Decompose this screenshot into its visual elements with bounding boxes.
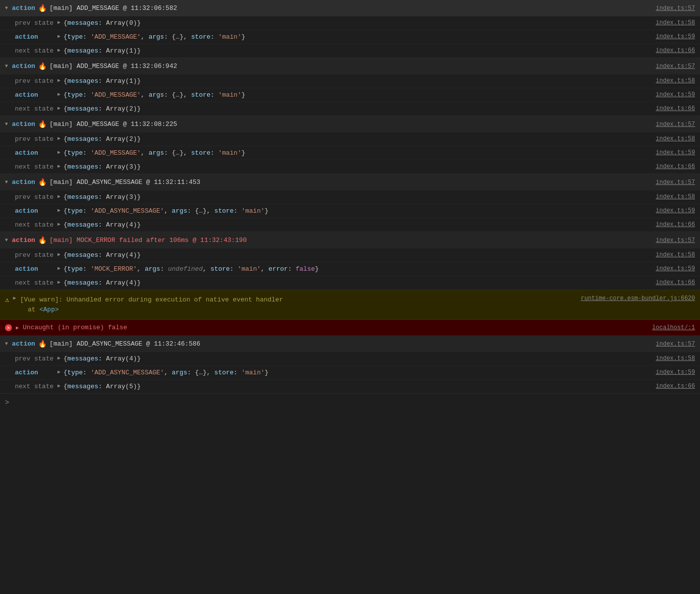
- expand-icon-4-next[interactable]: ▶: [58, 221, 60, 227]
- action-row-label-2: action: [15, 91, 55, 99]
- log-row-1-prev: prev state ▶ {messages: Array(0)} index.…: [0, 16, 700, 30]
- next-state-file-6[interactable]: index.ts:66: [656, 383, 695, 390]
- action-name-3: [main] ADD_MESSAGE @ 11:32:08:225: [50, 120, 177, 128]
- next-state-content-2: {messages: Array(2)}: [63, 105, 141, 113]
- action-header-1[interactable]: ▼ action 🔥 [main] ADD_MESSAGE @ 11:32:06…: [0, 0, 700, 16]
- next-state-file-4[interactable]: index.ts:66: [656, 221, 695, 228]
- file-link-6[interactable]: index.ts:57: [656, 341, 695, 348]
- error-expand-icon[interactable]: ▶: [16, 325, 19, 331]
- expand-icon-5-action[interactable]: ▶: [58, 265, 60, 271]
- next-state-label-3: next state: [15, 163, 55, 171]
- bolt-icon-1: 🔥: [38, 4, 47, 12]
- expand-icon-6-action[interactable]: ▶: [58, 369, 60, 375]
- bolt-icon-2: 🔥: [38, 62, 47, 70]
- expand-icon-4-prev[interactable]: ▶: [58, 193, 60, 199]
- action-body-4: prev state ▶ {messages: Array(3)} index.…: [0, 190, 700, 232]
- expand-icon-2-action[interactable]: ▶: [58, 91, 60, 97]
- prev-state-file-2[interactable]: index.ts:58: [656, 77, 695, 84]
- action-row-file-2[interactable]: index.ts:59: [656, 91, 695, 98]
- action-row-label-4: action: [15, 207, 55, 215]
- next-state-file-1[interactable]: index.ts:66: [656, 47, 695, 54]
- log-row-6-action: action ▶ {type: 'ADD_ASYNC_MESSAGE', arg…: [0, 366, 700, 380]
- file-link-3[interactable]: index.ts:57: [656, 121, 695, 128]
- action-row-file-4[interactable]: index.ts:59: [656, 207, 695, 214]
- chevron-down-icon-4: ▼: [5, 179, 8, 185]
- action-header-6[interactable]: ▼ action 🔥 [main] ADD_ASYNC_MESSAGE @ 11…: [0, 336, 700, 352]
- file-link-2[interactable]: index.ts:57: [656, 63, 695, 70]
- log-row-5-action: action ▶ {type: 'MOCK_ERROR', args: unde…: [0, 262, 700, 276]
- prev-state-content-2: {messages: Array(1)}: [63, 77, 141, 85]
- next-state-content-4: {messages: Array(4)}: [63, 221, 141, 229]
- action-row-file-5[interactable]: index.ts:59: [656, 265, 695, 272]
- expand-icon-3-action[interactable]: ▶: [58, 149, 60, 155]
- action-row-label-5: action: [15, 265, 55, 273]
- file-link-5[interactable]: index.ts:57: [656, 237, 695, 244]
- action-header-3[interactable]: ▼ action 🔥 [main] ADD_MESSAGE @ 11:32:08…: [0, 116, 700, 132]
- expand-icon-4-action[interactable]: ▶: [58, 207, 60, 213]
- prev-state-file-3[interactable]: index.ts:58: [656, 135, 695, 142]
- expand-icon-1-prev[interactable]: ▶: [58, 19, 60, 25]
- file-link-4[interactable]: index.ts:57: [656, 179, 695, 186]
- log-row-6-prev: prev state ▶ {messages: Array(4)} index.…: [0, 352, 700, 366]
- expand-icon-3-next[interactable]: ▶: [58, 163, 60, 169]
- action-name-5: [main] MOCK_ERROR failed after 106ms @ 1…: [50, 237, 247, 244]
- action-group-4: ▼ action 🔥 [main] ADD_ASYNC_MESSAGE @ 11…: [0, 174, 700, 232]
- prev-state-file-1[interactable]: index.ts:58: [656, 19, 695, 26]
- expand-icon-6-next[interactable]: ▶: [58, 383, 60, 389]
- action-label-6: action: [12, 340, 35, 348]
- prev-state-file-6[interactable]: index.ts:58: [656, 355, 695, 362]
- prev-state-label-3: prev state: [15, 135, 55, 143]
- prev-state-file-4[interactable]: index.ts:58: [656, 193, 695, 200]
- action-header-2[interactable]: ▼ action 🔥 [main] ADD_MESSAGE @ 11:32:06…: [0, 58, 700, 74]
- next-state-label-4: next state: [15, 221, 55, 229]
- bolt-icon-4: 🔥: [38, 178, 47, 186]
- expand-icon-2-next[interactable]: ▶: [58, 105, 60, 111]
- expand-icon-3-prev[interactable]: ▶: [58, 135, 60, 141]
- prev-state-label-1: prev state: [15, 19, 55, 27]
- log-row-5-prev: prev state ▶ {messages: Array(4)} index.…: [0, 248, 700, 262]
- warning-file-link[interactable]: runtime-core.esm-bundler.js:6620: [581, 295, 695, 302]
- prev-state-file-5[interactable]: index.ts:58: [656, 251, 695, 258]
- log-row-5-next: next state ▶ {messages: Array(4)} index.…: [0, 276, 700, 290]
- expand-icon-5-next[interactable]: ▶: [58, 279, 60, 285]
- chevron-down-icon-2: ▼: [5, 63, 8, 69]
- action-name-4: [main] ADD_ASYNC_MESSAGE @ 11:32:11:453: [50, 178, 200, 186]
- next-state-file-3[interactable]: index.ts:66: [656, 163, 695, 170]
- expand-icon-1-next[interactable]: ▶: [58, 47, 60, 53]
- prompt-chevron-icon: >: [5, 399, 9, 407]
- action-row-content-2: {type: 'ADD_MESSAGE', args: {…}, store: …: [63, 91, 245, 99]
- prev-state-label-5: prev state: [15, 251, 55, 259]
- action-name-6: [main] ADD_ASYNC_MESSAGE @ 11:32:46:586: [50, 340, 200, 348]
- action-row-file-1[interactable]: index.ts:59: [656, 33, 695, 40]
- action-row-file-6[interactable]: index.ts:59: [656, 369, 695, 376]
- action-row-label-6: action: [15, 369, 55, 376]
- expand-icon-6-prev[interactable]: ▶: [58, 355, 60, 361]
- prev-state-content-5: {messages: Array(4)}: [63, 251, 141, 259]
- prev-state-label-6: prev state: [15, 355, 55, 362]
- action-group-3: ▼ action 🔥 [main] ADD_MESSAGE @ 11:32:08…: [0, 116, 700, 174]
- next-state-content-6: {messages: Array(5)}: [63, 383, 141, 390]
- action-body-6: prev state ▶ {messages: Array(4)} index.…: [0, 352, 700, 393]
- next-state-file-2[interactable]: index.ts:66: [656, 105, 695, 112]
- action-body-2: prev state ▶ {messages: Array(1)} index.…: [0, 74, 700, 116]
- action-row-file-3[interactable]: index.ts:59: [656, 149, 695, 156]
- expand-icon-5-prev[interactable]: ▶: [58, 251, 60, 257]
- expand-icon-1-action[interactable]: ▶: [58, 33, 60, 39]
- log-row-3-next: next state ▶ {messages: Array(3)} index.…: [0, 160, 700, 174]
- action-name-1: [main] ADD_MESSAGE @ 11:32:06:582: [50, 4, 177, 12]
- warning-expand-icon[interactable]: ▶: [13, 295, 16, 301]
- action-header-4[interactable]: ▼ action 🔥 [main] ADD_ASYNC_MESSAGE @ 11…: [0, 174, 700, 190]
- log-container: ▼ action 🔥 [main] ADD_MESSAGE @ 11:32:06…: [0, 0, 700, 412]
- next-state-content-3: {messages: Array(3)}: [63, 163, 141, 171]
- action-header-5[interactable]: ▼ action 🔥 [main] MOCK_ERROR failed afte…: [0, 232, 700, 248]
- file-link-1[interactable]: index.ts:57: [656, 5, 695, 12]
- expand-icon-2-prev[interactable]: ▶: [58, 77, 60, 83]
- log-row-2-next: next state ▶ {messages: Array(2)} index.…: [0, 102, 700, 116]
- localhost-link[interactable]: localhost/:1: [652, 324, 695, 331]
- next-state-file-5[interactable]: index.ts:66: [656, 279, 695, 286]
- action-group-6: ▼ action 🔥 [main] ADD_ASYNC_MESSAGE @ 11…: [0, 336, 700, 394]
- log-row-6-next: next state ▶ {messages: Array(5)} index.…: [0, 380, 700, 393]
- log-row-4-next: next state ▶ {messages: Array(4)} index.…: [0, 218, 700, 232]
- next-state-content-5: {messages: Array(4)}: [63, 279, 141, 287]
- action-label-3: action: [12, 120, 35, 128]
